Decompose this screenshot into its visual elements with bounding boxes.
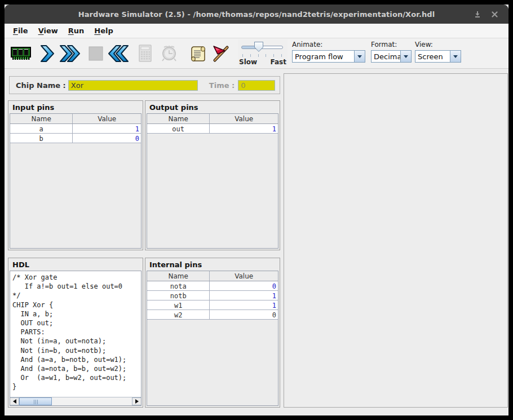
- hdl-view: /* Xor gate If a!=b out=1 else out=0 */ …: [10, 271, 141, 406]
- breakpoints-button[interactable]: [209, 40, 233, 67]
- stop-button: [83, 40, 108, 67]
- view-select[interactable]: Screen: [415, 50, 461, 63]
- view-label: View:: [415, 41, 461, 48]
- pin-name: out: [147, 124, 210, 133]
- name-column-header: Name: [147, 271, 210, 281]
- format-value: Decimal: [372, 51, 400, 62]
- format-label: Format:: [371, 41, 412, 48]
- chevron-down-icon[interactable]: [354, 51, 365, 62]
- menubar: FileViewRunHelp: [5, 24, 508, 38]
- scroll-icon: [189, 43, 208, 64]
- menu-help[interactable]: Help: [89, 25, 118, 36]
- load-chip-button[interactable]: [8, 40, 33, 67]
- input-pins-panel: Input pins Name Value a1b0: [8, 100, 143, 250]
- eval-button: [132, 40, 157, 67]
- slider-fast-label: Fast: [271, 58, 286, 66]
- pin-value[interactable]: 0: [73, 134, 141, 143]
- chip-name-field[interactable]: Xor: [68, 80, 198, 91]
- output-pins-table: Name Value out1: [147, 113, 278, 249]
- pin-value[interactable]: 1: [73, 124, 141, 133]
- minimize-icon[interactable]: [471, 8, 484, 20]
- menu-run[interactable]: Run: [63, 25, 90, 36]
- output-pins-panel: Output pins Name Value out1: [145, 100, 280, 250]
- internal-pins-title: Internal pins: [145, 258, 280, 271]
- app-window: Hardware Simulator (2.5) - /home/thomas/…: [5, 5, 508, 415]
- pin-row-nota: nota0: [147, 281, 278, 291]
- pin-name: w1: [147, 300, 210, 310]
- hdl-panel: HDL /* Xor gate If a!=b out=1 else out=0…: [8, 258, 143, 408]
- pin-value: 1: [210, 300, 278, 310]
- output-pins-title: Output pins: [145, 101, 280, 113]
- pin-value: 1: [210, 124, 278, 133]
- slider-ticks: [242, 54, 282, 57]
- pin-row-notb: notb1: [147, 291, 278, 300]
- pin-row-b: b0: [10, 134, 141, 143]
- pin-row-out: out1: [147, 124, 278, 134]
- pin-name: w2: [147, 310, 210, 319]
- name-column-header: Name: [10, 114, 73, 123]
- table-header: Name Value: [147, 271, 278, 281]
- value-column-header: Value: [210, 271, 278, 281]
- slider-thumb[interactable]: [254, 42, 263, 52]
- input-pins-title: Input pins: [8, 101, 143, 113]
- fast-forward-icon: [59, 44, 81, 63]
- name-column-header: Name: [147, 114, 210, 123]
- pin-name: b: [10, 134, 73, 143]
- speed-slider[interactable]: Slow Fast: [238, 39, 288, 68]
- pin-name: notb: [147, 291, 210, 300]
- screen-view-area: [284, 73, 508, 408]
- internal-pins-panel: Internal pins Name Value nota0notb1w11w2…: [145, 258, 280, 408]
- hdl-title: HDL: [8, 258, 143, 271]
- menu-view[interactable]: View: [33, 25, 63, 36]
- animate-value: Program flow: [293, 51, 354, 62]
- flag-icon: [211, 43, 231, 64]
- table-header: Name Value: [147, 114, 278, 124]
- chip-name-label: Chip Name :: [16, 81, 66, 90]
- step-forward-icon: [38, 44, 56, 63]
- table-header: Name Value: [10, 114, 141, 124]
- pin-row-a: a1: [10, 124, 141, 134]
- pin-row-w2: w20: [147, 310, 278, 320]
- pin-value: 0: [210, 310, 278, 319]
- chevron-down-icon[interactable]: [400, 51, 411, 62]
- view-group: View: Screen: [415, 41, 461, 63]
- pin-name: nota: [147, 281, 210, 290]
- run-button[interactable]: [58, 40, 82, 67]
- window-title: Hardware Simulator (2.5) - /home/thomas/…: [78, 10, 435, 19]
- input-pins-table: Name Value a1b0: [10, 113, 141, 249]
- menu-file[interactable]: File: [8, 25, 33, 36]
- single-step-button[interactable]: [35, 40, 60, 67]
- animate-group: Animate: Program flow: [292, 41, 365, 63]
- reset-button[interactable]: [106, 40, 131, 67]
- titlebar: Hardware Simulator (2.5) - /home/thomas/…: [5, 5, 508, 24]
- stop-icon: [89, 46, 103, 61]
- clock-button: [157, 40, 182, 67]
- format-select[interactable]: Decimal: [371, 50, 412, 63]
- value-column-header: Value: [73, 114, 141, 123]
- chip-icon: [10, 44, 32, 63]
- format-group: Format: Decimal: [371, 41, 412, 63]
- value-column-header: Value: [210, 114, 278, 123]
- scroll-left-icon[interactable]: [10, 397, 19, 405]
- alarm-clock-icon: [160, 43, 179, 64]
- scrollbar-thumb[interactable]: [19, 397, 52, 405]
- pin-value: 0: [210, 281, 278, 290]
- animate-label: Animate:: [292, 41, 365, 48]
- animate-select[interactable]: Program flow: [292, 50, 365, 63]
- internal-pins-table: Name Value nota0notb1w11w20: [147, 271, 278, 406]
- script-button[interactable]: [186, 40, 211, 67]
- view-value: Screen: [415, 51, 450, 62]
- calculator-icon: [136, 43, 154, 64]
- time-field: 0: [238, 80, 275, 91]
- close-icon[interactable]: [488, 8, 501, 20]
- pin-name: a: [10, 124, 73, 133]
- hdl-code: /* Xor gate If a!=b out=1 else out=0 */ …: [10, 271, 141, 392]
- scroll-right-icon[interactable]: [132, 397, 141, 405]
- window-frame: Hardware Simulator (2.5) - /home/thomas/…: [0, 0, 513, 420]
- pin-value: 1: [210, 291, 278, 300]
- chevron-down-icon[interactable]: [450, 51, 461, 62]
- time-label: Time :: [209, 81, 235, 90]
- slider-slow-label: Slow: [239, 58, 257, 66]
- hdl-horizontal-scrollbar[interactable]: [10, 397, 141, 405]
- toolbar: Slow Fast Animate: Program flow Format: …: [5, 38, 508, 69]
